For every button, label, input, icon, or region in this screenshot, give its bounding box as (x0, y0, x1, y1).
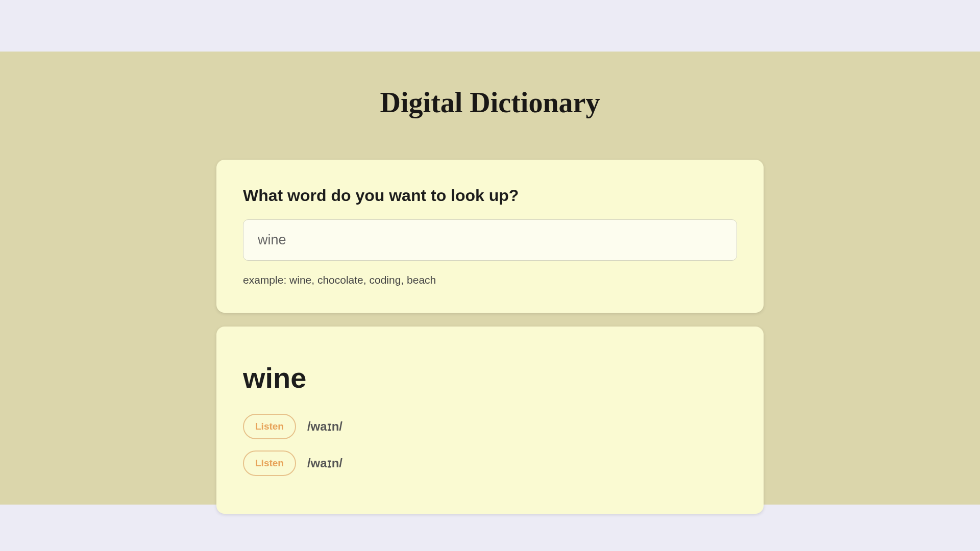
listen-button[interactable]: Listen (243, 414, 296, 439)
result-word: wine (243, 361, 737, 394)
pronunciation-row: Listen /waɪn/ (243, 414, 737, 439)
listen-button[interactable]: Listen (243, 450, 296, 476)
ipa-text: /waɪn/ (307, 456, 342, 470)
search-card: What word do you want to look up? exampl… (216, 160, 764, 313)
search-example-text: example: wine, chocolate, coding, beach (243, 274, 737, 286)
page-title: Digital Dictionary (0, 86, 980, 119)
pronunciation-row: Listen /waɪn/ (243, 450, 737, 476)
search-prompt: What word do you want to look up? (243, 186, 737, 205)
word-card: wine Listen /waɪn/ Listen /waɪn/ (216, 327, 764, 514)
ipa-text: /waɪn/ (307, 419, 342, 434)
search-input[interactable] (243, 219, 737, 261)
app-stage: Digital Dictionary What word do you want… (0, 52, 980, 505)
